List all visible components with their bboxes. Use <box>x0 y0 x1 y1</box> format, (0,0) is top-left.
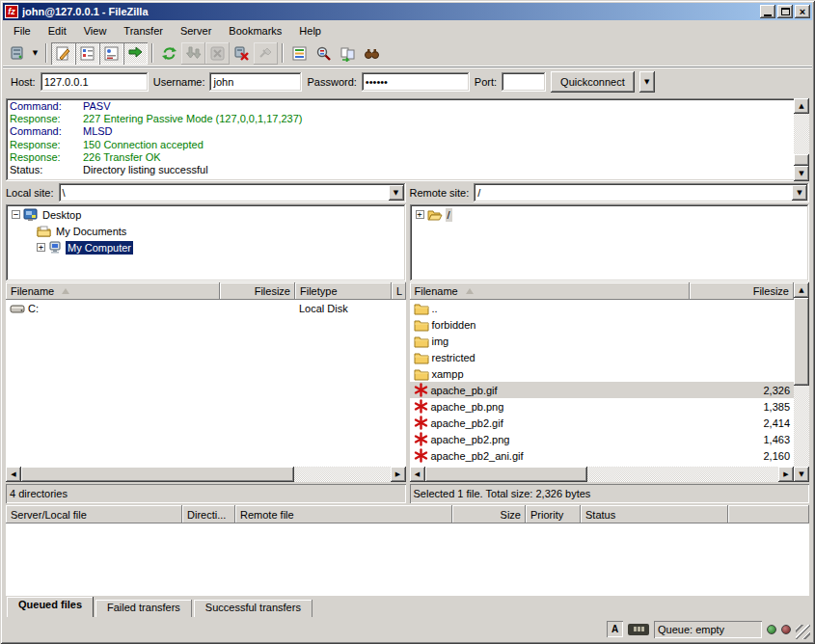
menu-edit[interactable]: Edit <box>40 22 75 40</box>
toggle-queue-icon <box>127 45 144 62</box>
scroll-down-icon[interactable]: ▼ <box>794 166 809 181</box>
menu-help[interactable]: Help <box>290 22 330 40</box>
remote-file-row[interactable]: apache_pb2.png1,463 <box>410 431 795 447</box>
resize-grip[interactable] <box>796 625 810 639</box>
local-hscroll-thumb[interactable] <box>21 467 294 482</box>
quickconnect-dropdown-button[interactable]: ▼ <box>639 71 655 93</box>
site-manager-dropdown-button[interactable]: ▼ <box>29 42 41 65</box>
column-header-filename[interactable]: Filename <box>6 282 220 300</box>
toggle-remote-tree-button[interactable] <box>99 42 123 65</box>
column-header-remote-file[interactable]: Remote file <box>235 505 452 523</box>
tab-successful-transfers[interactable]: Successful transfers <box>194 600 312 617</box>
toggle-log-button[interactable] <box>51 42 75 65</box>
remote-file-row[interactable]: xampp <box>410 365 795 382</box>
column-header-label: Filename <box>11 285 54 297</box>
remote-site-combobox[interactable]: / ▼ <box>474 183 809 202</box>
refresh-button[interactable] <box>157 42 181 65</box>
remote-file-row[interactable]: apache_pb.gif2,326 <box>410 382 795 398</box>
file-size-cell: 1,385 <box>690 401 795 413</box>
site-manager-button[interactable] <box>5 42 29 65</box>
menu-file[interactable]: File <box>5 22 40 40</box>
host-input[interactable] <box>41 72 149 92</box>
remote-file-row[interactable]: apache_pb2_ani.gif2,160 <box>410 447 795 464</box>
toolbar-separator <box>282 43 284 63</box>
remote-horizontal-scrollbar[interactable]: ◀ ▶ <box>410 467 795 482</box>
local-tree-item[interactable]: +My Computer <box>6 239 406 255</box>
column-header-filesize[interactable]: Filesize <box>220 282 295 300</box>
cancel-button <box>205 42 230 65</box>
scroll-up-icon[interactable]: ▲ <box>794 282 809 298</box>
filter-button[interactable] <box>287 42 312 65</box>
minimize-icon <box>764 14 772 16</box>
toggle-local-tree-button[interactable] <box>75 42 99 65</box>
log-line: Status:Directory listing successful <box>10 164 790 176</box>
column-header-filesize[interactable]: Filesize <box>690 282 795 300</box>
find-button[interactable] <box>360 42 384 65</box>
column-header-status[interactable]: Status <box>581 505 728 523</box>
remote-vscroll-thumb[interactable] <box>794 298 809 386</box>
local-horizontal-scrollbar[interactable]: ◀ ▶ <box>6 467 406 482</box>
log-scroll-thumb[interactable] <box>794 154 809 166</box>
local-tree-item[interactable]: −Desktop <box>6 206 406 223</box>
column-header-l[interactable]: L <box>392 282 406 300</box>
chevron-down-icon[interactable]: ▼ <box>389 185 404 201</box>
compare-button[interactable] <box>312 42 336 65</box>
remote-file-row[interactable]: restricted <box>410 349 795 365</box>
sync-browsing-button[interactable] <box>336 42 360 65</box>
expand-plus-icon[interactable]: + <box>37 243 45 252</box>
disconnect-button[interactable] <box>230 42 254 65</box>
remote-file-row[interactable]: forbidden <box>410 316 795 333</box>
remote-file-row[interactable]: img <box>410 333 795 349</box>
remote-file-row[interactable]: .. <box>410 300 795 316</box>
remote-vertical-scrollbar[interactable]: ▲ ▼ <box>794 282 809 482</box>
log-line-text: Directory listing successful <box>83 164 208 176</box>
minimize-button[interactable] <box>760 5 775 18</box>
file-name-cell: .. <box>410 302 690 315</box>
tab-queued-files[interactable]: Queued files <box>7 597 94 617</box>
menu-server[interactable]: Server <box>172 22 220 40</box>
menu-view[interactable]: View <box>75 22 116 40</box>
toggle-queue-button[interactable] <box>123 42 148 65</box>
scroll-up-icon[interactable]: ▲ <box>794 98 809 114</box>
password-input[interactable] <box>362 72 470 92</box>
menu-transfer[interactable]: Transfer <box>115 22 172 40</box>
chevron-down-icon[interactable]: ▼ <box>792 185 807 201</box>
scroll-left-icon[interactable]: ◀ <box>410 467 425 482</box>
close-button[interactable]: × <box>795 5 810 18</box>
quickconnect-button[interactable]: Quickconnect <box>551 71 635 93</box>
menu-bookmarks[interactable]: Bookmarks <box>220 22 290 40</box>
port-input[interactable] <box>502 72 546 92</box>
tab-failed-transfers[interactable]: Failed transfers <box>95 600 192 617</box>
collapse-minus-icon[interactable]: − <box>12 210 20 219</box>
log-line-text: 150 Connection accepted <box>83 139 204 151</box>
scroll-down-icon[interactable]: ▼ <box>794 467 809 482</box>
transfer-type-ascii-icon[interactable]: A <box>607 621 623 637</box>
remote-tree-item[interactable]: +/ <box>410 206 810 223</box>
column-header-[interactable] <box>728 505 809 523</box>
maximize-button[interactable] <box>777 5 793 18</box>
remote-hscroll-thumb[interactable] <box>425 467 588 482</box>
remote-status-text: Selected 1 file. Total size: 2,326 bytes <box>410 484 810 503</box>
expand-plus-icon[interactable]: + <box>416 210 424 219</box>
local-file-row[interactable]: C:Local Disk <box>6 300 406 316</box>
local-site-combobox[interactable]: \ ▼ <box>59 183 406 202</box>
column-header-directi-[interactable]: Directi... <box>182 505 235 523</box>
log-scrollbar[interactable]: ▲ ▼ <box>794 98 809 181</box>
column-header-filename[interactable]: Filename <box>410 282 690 300</box>
remote-file-row[interactable]: apache_pb2.gif2,414 <box>410 415 795 431</box>
column-header-filetype[interactable]: Filetype <box>295 282 392 300</box>
column-header-label: Size <box>501 509 521 521</box>
scroll-right-icon[interactable]: ▶ <box>778 467 794 482</box>
local-tree-item[interactable]: My Documents <box>6 223 406 239</box>
transfer-queue-body <box>6 523 809 596</box>
file-name: restricted <box>432 352 475 363</box>
column-header-size[interactable]: Size <box>452 505 526 523</box>
remote-file-row[interactable]: apache_pb.png1,385 <box>410 398 795 415</box>
column-header-server-local-file[interactable]: Server/Local file <box>6 505 182 523</box>
scroll-right-icon[interactable]: ▶ <box>391 467 406 482</box>
username-input[interactable] <box>209 72 302 92</box>
file-name-cell: apache_pb.png <box>410 399 690 414</box>
column-header-priority[interactable]: Priority <box>526 505 581 523</box>
scroll-left-icon[interactable]: ◀ <box>6 467 21 482</box>
speed-limit-icon[interactable] <box>628 624 649 635</box>
